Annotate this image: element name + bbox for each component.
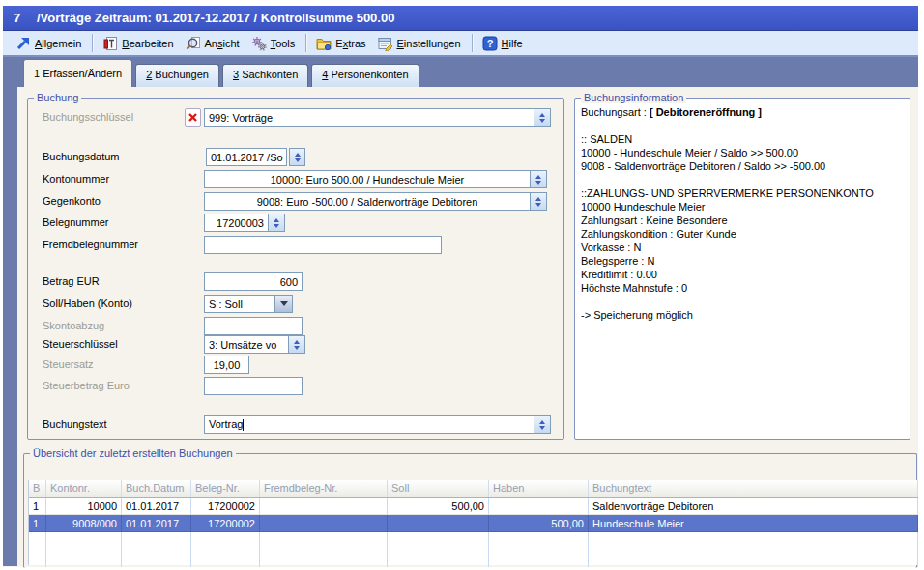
menu-item-einstellungen[interactable]: Einstellungen [373, 34, 468, 53]
grid-cell: Saldenvorträge Debitoren [589, 498, 918, 515]
buchungen-grid[interactable]: BKontonr.Buch.DatumBeleg-Nr.Fremdbeleg-N… [28, 480, 918, 565]
grid-row-selected[interactable]: 19008/00001.01.201717200002500,00Hundesc… [29, 515, 918, 532]
info-line: 9008 - Saldenvorträge Debitoren / Saldo … [581, 159, 906, 173]
info-line: ::ZAHLUNGS- UND SPERRVERMERKE PERSONENKO… [581, 186, 906, 200]
steuersatz-field: 19,00 [204, 356, 249, 374]
grid-cell: 9008/000 [46, 515, 122, 532]
belegnummer-label: Belegnummer [43, 216, 108, 228]
tab-erfassen-aendern[interactable]: 1 Erfassen/Ändern [23, 59, 132, 87]
grid-column-header: Fremdbeleg-Nr. [260, 480, 388, 497]
fremdbelegnummer-field[interactable] [204, 236, 442, 254]
buchungsschluessel-label: Buchungsschlüssel [43, 111, 133, 123]
menu-item-extras[interactable]: Extras [311, 34, 372, 53]
buchungsinformation-group-title: Buchungsinformation [581, 92, 686, 103]
buchungstext-label: Buchungstext [43, 418, 107, 430]
dropdown-arrow-icon[interactable] [274, 296, 292, 312]
spinner[interactable] [530, 193, 546, 210]
title-bar: 7 /Vorträge Zeitraum: 01.2017-12.2017 / … [3, 6, 918, 31]
steuersatz-label: Steuersatz [43, 358, 94, 370]
grid-cell: 01.01.2017 [122, 498, 191, 515]
grid-cell [260, 498, 388, 515]
buchungsart-label: Buchungsart : [581, 106, 650, 118]
menu-item-ansicht[interactable]: Ansicht [181, 34, 246, 53]
info-line: :: SALDEN [581, 132, 906, 146]
buchungsinformation-text: Buchungsart : [ Debitoreneröffnung ] :: … [581, 105, 906, 322]
kontonummer-label: Kontonummer [43, 173, 109, 185]
info-line [581, 173, 906, 186]
menu-separator [305, 34, 307, 52]
grid-cell: 500,00 [388, 498, 489, 515]
skontoabzug-field [204, 317, 303, 335]
grid-row[interactable]: 11000001.01.201717200002500,00Saldenvort… [29, 498, 918, 515]
menu-separator [92, 34, 94, 52]
text-cursor [243, 419, 244, 431]
menu-bar: AllgemeinBearbeitenAnsichtToolsExtrasEin… [3, 31, 918, 57]
betrag-label: Betrag EUR [43, 275, 100, 287]
spinner[interactable] [268, 214, 284, 231]
magnifier-icon [186, 36, 201, 51]
grid-cell: 17200002 [191, 498, 260, 515]
grid-cell [260, 515, 388, 532]
info-line: -> Speicherung möglich [581, 308, 906, 322]
fremdbelegnummer-label: Fremdbelegnummer [43, 239, 138, 250]
buchungsschluessel-combo[interactable]: 999: Vorträge [204, 108, 551, 127]
info-line [581, 119, 906, 132]
grid-cell: 1 [29, 498, 46, 515]
tab-buchungen[interactable]: 2 Buchungen [135, 64, 219, 87]
info-line: 10000 - Hundeschule Meier / Saldo >> 500… [581, 146, 906, 159]
steuerbetrag-field [204, 377, 303, 395]
grid-cell: 1 [29, 515, 46, 532]
svg-text:?: ? [486, 38, 493, 49]
grid-cell [388, 515, 489, 532]
steuerschluessel-label: Steuerschlüssel [43, 338, 118, 350]
kontonummer-combo[interactable]: 10000: Euro 500.00 / Hundeschule Meier [204, 170, 547, 188]
tab-bar: 1 Erfassen/Ändern2 Buchungen3 Sachkonten… [23, 59, 419, 87]
belegnummer-field[interactable]: 17200003 [204, 214, 285, 232]
soll-haben-label: Soll/Haben (Konto) [43, 298, 132, 309]
grid-row-empty [29, 532, 918, 550]
grid-column-header: Buchungtext [589, 480, 918, 497]
grid-column-header: Buch.Datum [122, 480, 191, 497]
steuerschluessel-combo[interactable]: 3: Umsätze vo [204, 335, 305, 354]
info-line: Vorkasse : N [581, 241, 906, 254]
help-icon: ? [482, 36, 498, 51]
left-panel-strip [3, 87, 17, 566]
info-line: Zahlungskondition : Guter Kunde [581, 227, 906, 241]
menu-item-hilfe[interactable]: ?Hilfe [477, 34, 530, 53]
spinner[interactable] [534, 109, 550, 126]
grid-cell: 500,00 [489, 515, 589, 532]
menu-item-tools[interactable]: Tools [246, 34, 303, 53]
gegenkonto-label: Gegenkonto [43, 195, 101, 207]
buchungsdatum-spinner[interactable] [289, 148, 305, 166]
grid-column-header: Beleg-Nr. [191, 480, 260, 497]
grid-cell: 01.01.2017 [122, 515, 191, 532]
buchungsart-value: [ Debitoreneröffnung ] [650, 106, 762, 118]
buchungstext-field[interactable]: Vortrag [204, 415, 551, 434]
spinner[interactable] [288, 336, 304, 353]
edit-doc-icon [102, 36, 118, 51]
info-line: 10000 Hundeschule Meier [581, 200, 906, 214]
grid-column-header: Kontonr. [46, 480, 122, 497]
spinner[interactable] [530, 171, 546, 187]
info-line: Kreditlimit : 0.00 [581, 268, 906, 281]
tab-sachkonten[interactable]: 3 Sachkonten [222, 64, 308, 87]
info-line [581, 295, 906, 308]
grid-cell: Hundeschule Meier [589, 515, 918, 532]
info-line: Zahlungsart : Keine Besondere [581, 214, 906, 227]
menu-item-allgemein[interactable]: Allgemein [11, 34, 88, 53]
betrag-field[interactable]: 600 [204, 272, 303, 291]
tab-personenkonten[interactable]: 4 Personenkonten [311, 64, 419, 87]
spinner[interactable] [534, 416, 550, 433]
menu-item-bearbeiten[interactable]: Bearbeiten [98, 34, 180, 53]
soll-haben-dropdown[interactable]: S : Soll [204, 295, 293, 313]
uebersicht-group-title: Übersicht der zuletzt erstellten Buchung… [30, 447, 236, 459]
folder-icon [316, 36, 332, 51]
buchungsdatum-label: Buchungsdatum [43, 151, 120, 162]
buchungsdatum-field[interactable]: 01.01.2017 /So [206, 148, 287, 166]
clear-x-icon[interactable] [185, 108, 201, 127]
grid-header-row: BKontonr.Buch.DatumBeleg-Nr.Fremdbeleg-N… [29, 480, 918, 498]
grid-cell: 10000 [46, 498, 122, 515]
grid-cell: 17200002 [191, 515, 260, 532]
gegenkonto-combo[interactable]: 9008: Euro -500.00 / Saldenvorträge Debi… [204, 192, 547, 211]
settings-icon [378, 36, 393, 51]
